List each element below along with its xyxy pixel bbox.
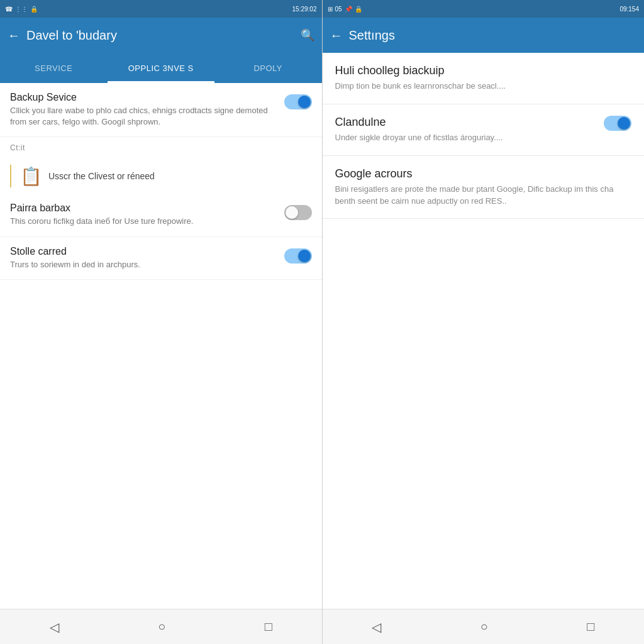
right-nav-home-button[interactable]: ○ <box>465 614 503 639</box>
tab-dpoly[interactable]: Dpoly <box>214 53 322 83</box>
clandulne-text: Clandulne Under sigkle droyar une of fic… <box>335 116 597 144</box>
google-text: Google acrours Bini resigatlers are prot… <box>335 167 632 208</box>
tab-opplic[interactable]: Opplic 3nve s <box>108 53 215 83</box>
stolle-row: Stolle carred Trurs to soriеwm in ded in… <box>0 237 322 280</box>
tab-service[interactable]: Service <box>0 53 108 83</box>
left-phone-panel: ☎ ⋮⋮ 🔒 15:29:02 ← Davel to 'budary 🔍 Ser… <box>0 0 322 644</box>
settings-content: Huli choolleg biackuip Dimp tion be bunk… <box>323 53 645 609</box>
right-lock-icon: 🔒 <box>355 6 362 13</box>
signal-dots-icon: ⋮⋮ <box>15 6 28 13</box>
right-status-right: 09:154 <box>619 6 639 13</box>
account-divider <box>10 165 11 187</box>
right-nav-recent-button[interactable]: □ <box>572 614 609 639</box>
backup-service-title: Backup Sevice <box>10 92 277 103</box>
nav-home-button[interactable]: ○ <box>143 614 180 639</box>
google-title: Google acrours <box>335 167 632 180</box>
account-text: Usscr the Clivest or réneed <box>48 171 155 181</box>
account-icon: 📋 <box>20 166 42 187</box>
settings-item-google: Google acrours Bini resigatlers are prot… <box>323 156 645 219</box>
settings-item-huli: Huli choolleg biackuip Dimp tion be bunk… <box>323 53 645 104</box>
count-icon: 05 <box>335 6 342 13</box>
pairra-title: Pairra barbax <box>10 203 277 214</box>
settings-item-clandulne: Clandulne Under sigkle droyar une of fic… <box>323 104 645 156</box>
pairra-desc: This cororu ficfikg data ineб for Use tu… <box>10 216 277 227</box>
right-time: 09:154 <box>619 6 639 13</box>
grid-icon: ⊞ <box>328 6 333 13</box>
pin-icon: 📌 <box>345 6 352 13</box>
backup-service-desc: Cllick you llare wabe to phlo cad chics,… <box>10 105 277 128</box>
back-button[interactable]: ← <box>8 28 20 43</box>
stolle-title: Stolle carred <box>10 246 277 257</box>
right-toolbar: ← Settıngs <box>323 18 645 53</box>
left-nav-bar: ◁ ○ □ <box>0 609 322 644</box>
account-row[interactable]: 📋 Usscr the Clivest or réneed <box>0 158 322 194</box>
account-section-label: Ct:it <box>10 143 25 152</box>
tab-bar: Service Opplic 3nve s Dpoly <box>0 53 322 83</box>
right-nav-bar: ◁ ○ □ <box>323 609 645 644</box>
backup-service-toggle[interactable] <box>284 94 312 109</box>
stolle-text: Stolle carred Trurs to soriеwm in ded in… <box>10 246 277 270</box>
clandulne-desc: Under sigkle droyar une of ficstlas árog… <box>335 132 597 144</box>
pairra-row: Pairra barbax This cororu ficfikg data i… <box>0 194 322 236</box>
backup-service-text: Backup Sevice Cllick you llare wabe to p… <box>10 92 277 128</box>
lock-icon: 🔒 <box>30 6 38 13</box>
clandulne-title: Clandulne <box>335 116 597 129</box>
clandulne-toggle[interactable] <box>604 116 631 131</box>
right-phone-panel: ⊞ 05 📌 🔒 09:154 ← Settıngs Huli choolleg… <box>323 0 645 644</box>
huli-title: Huli choolleg biackuip <box>335 64 632 77</box>
right-status-bar: ⊞ 05 📌 🔒 09:154 <box>323 0 645 18</box>
phone-icon: ☎ <box>5 6 13 13</box>
nav-back-button[interactable]: ◁ <box>35 614 74 640</box>
toggle-thumb <box>618 117 630 130</box>
toggle-thumb <box>298 250 311 262</box>
right-back-button[interactable]: ← <box>330 28 343 43</box>
pairra-text: Pairra barbax This cororu ficfikg data i… <box>10 203 277 227</box>
toggle-thumb <box>286 206 298 219</box>
status-bar-right: 15:29:02 <box>292 6 317 13</box>
search-icon[interactable]: 🔍 <box>301 28 314 42</box>
stolle-toggle[interactable] <box>284 248 312 264</box>
account-section: Ct:it <box>0 137 322 158</box>
left-time: 15:29:02 <box>292 6 317 13</box>
toolbar-title: Davel to 'budary <box>26 28 294 43</box>
google-desc: Bini resigatlers are prote the made bur … <box>335 184 632 208</box>
stolle-desc: Trurs to soriеwm in ded in archpurs. <box>10 259 277 270</box>
status-bar-left-icons: ☎ ⋮⋮ 🔒 <box>5 6 38 13</box>
pairra-toggle[interactable] <box>284 205 312 220</box>
left-status-bar: ☎ ⋮⋮ 🔒 15:29:02 <box>0 0 322 18</box>
left-toolbar: ← Davel to 'budary 🔍 <box>0 18 322 53</box>
nav-recent-button[interactable]: □ <box>250 614 287 639</box>
toggle-thumb <box>298 96 311 108</box>
right-toolbar-title: Settıngs <box>349 28 637 43</box>
huli-desc: Dimp tion be bunk es learnronschar be se… <box>335 80 632 92</box>
huli-text: Huli choolleg biackuip Dimp tion be bunk… <box>335 64 632 92</box>
left-content: Backup Sevice Cllick you llare wabe to p… <box>0 83 322 609</box>
right-nav-back-button[interactable]: ◁ <box>357 614 396 640</box>
right-status-left: ⊞ 05 📌 🔒 <box>328 6 362 13</box>
backup-service-row: Backup Sevice Cllick you llare wabe to p… <box>0 83 322 137</box>
